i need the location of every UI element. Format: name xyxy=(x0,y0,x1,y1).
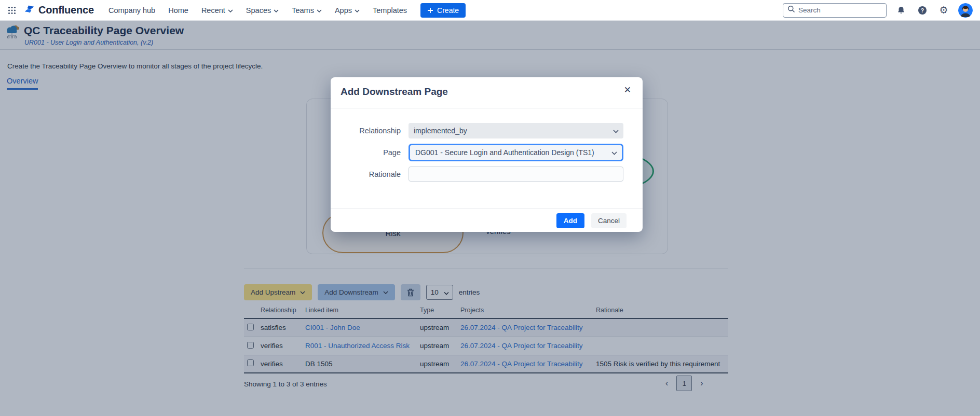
add-button[interactable]: Add xyxy=(556,213,584,228)
chevron-down-icon xyxy=(274,9,279,12)
nav-item-apps[interactable]: Apps xyxy=(335,6,360,15)
rationale-label: Rationale xyxy=(331,170,409,178)
close-icon[interactable]: ✕ xyxy=(624,86,631,94)
chevron-down-icon xyxy=(228,9,233,12)
chevron-down-icon xyxy=(355,9,360,12)
rationale-input[interactable] xyxy=(409,167,623,182)
relationship-label: Relationship xyxy=(331,127,409,135)
help-icon[interactable]: ? xyxy=(916,4,929,17)
plus-icon xyxy=(427,7,433,13)
settings-gear-icon[interactable]: ⚙ xyxy=(937,4,950,17)
chevron-down-icon xyxy=(317,9,322,12)
rationale-field-row: Rationale xyxy=(331,167,643,182)
app-switcher-grid-icon[interactable] xyxy=(5,4,19,17)
search-box[interactable] xyxy=(783,3,887,18)
search-input[interactable] xyxy=(798,6,876,14)
page-field-row: Page DG001 - Secure Login and Authentica… xyxy=(331,144,643,161)
confluence-app: Confluence Company hub Home Recent Space… xyxy=(0,0,980,416)
nav-item-recent[interactable]: Recent xyxy=(201,6,233,15)
chevron-down-icon xyxy=(611,148,617,157)
nav-item-spaces[interactable]: Spaces xyxy=(246,6,279,15)
nav-right-group: ? ⚙ xyxy=(783,3,973,18)
chevron-down-icon xyxy=(613,127,619,135)
svg-text:?: ? xyxy=(921,7,924,13)
user-avatar[interactable] xyxy=(958,3,973,18)
page-select[interactable]: DG001 - Secure Login and Authentication … xyxy=(409,144,623,161)
modal-header: Add Downstream Page ✕ xyxy=(331,77,643,108)
confluence-logo-icon xyxy=(24,4,35,17)
nav-item-teams[interactable]: Teams xyxy=(292,6,322,15)
notification-bell-icon[interactable] xyxy=(894,4,908,17)
add-downstream-page-modal: Add Downstream Page ✕ Relationship imple… xyxy=(331,77,643,232)
create-button[interactable]: Create xyxy=(420,3,466,18)
page-label: Page xyxy=(331,148,409,157)
top-navigation: Confluence Company hub Home Recent Space… xyxy=(0,0,980,21)
relationship-field-row: Relationship implemented_by xyxy=(331,123,643,138)
modal-title: Add Downstream Page xyxy=(341,86,448,98)
search-icon xyxy=(787,5,795,15)
nav-item-templates[interactable]: Templates xyxy=(373,6,407,15)
relationship-select[interactable]: implemented_by xyxy=(409,123,623,138)
confluence-wordmark: Confluence xyxy=(38,4,94,16)
nav-item-home[interactable]: Home xyxy=(168,6,188,15)
nav-item-company-hub[interactable]: Company hub xyxy=(108,6,155,15)
modal-footer: Add Cancel xyxy=(331,209,643,232)
nav-links: Company hub Home Recent Spaces Teams App… xyxy=(108,6,407,15)
cancel-button[interactable]: Cancel xyxy=(591,213,627,228)
confluence-logo[interactable]: Confluence xyxy=(24,4,94,17)
